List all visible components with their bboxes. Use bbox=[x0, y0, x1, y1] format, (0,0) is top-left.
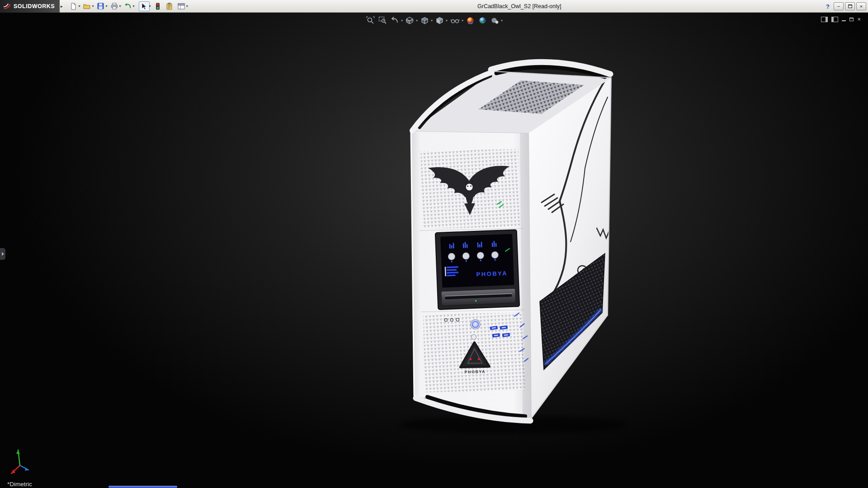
show-pane-left-button[interactable] bbox=[821, 17, 828, 22]
previous-view-button[interactable] bbox=[390, 15, 400, 25]
open-document-button[interactable] bbox=[82, 1, 93, 11]
options-button[interactable] bbox=[176, 1, 187, 11]
solidworks-logo[interactable]: SOLIDWORKS bbox=[0, 0, 60, 13]
logo-text: SOLIDWORKS bbox=[14, 3, 55, 9]
file-properties-button[interactable] bbox=[164, 1, 175, 11]
new-document-icon bbox=[70, 3, 77, 10]
new-document-button[interactable] bbox=[68, 1, 79, 11]
titlebar: SOLIDWORKS ▸ ▾ ▾ ▾ ▾ ▾ bbox=[0, 0, 868, 13]
section-view-button[interactable] bbox=[405, 15, 415, 25]
document-restore-button[interactable] bbox=[849, 18, 854, 21]
undo-icon bbox=[124, 3, 132, 9]
show-pane-right-button[interactable] bbox=[831, 17, 838, 22]
save-dropdown[interactable]: ▾ bbox=[106, 4, 108, 8]
print-icon bbox=[111, 3, 118, 9]
headsup-view-toolbar: ▾ ▾ ▾ ▾ ▾ bbox=[365, 15, 503, 25]
options-sheet-icon bbox=[178, 3, 185, 9]
document-close-button[interactable]: × bbox=[857, 16, 861, 22]
help-button[interactable]: ? bbox=[823, 2, 832, 11]
rebuild-stoplight-icon bbox=[156, 3, 160, 10]
ds-mark-icon bbox=[3, 3, 12, 10]
undo-dropdown[interactable]: ▾ bbox=[133, 4, 135, 8]
print-dropdown[interactable]: ▾ bbox=[119, 4, 121, 8]
select-button[interactable] bbox=[139, 1, 150, 11]
graphics-viewport[interactable] bbox=[0, 13, 868, 488]
open-folder-icon bbox=[83, 3, 91, 9]
save-floppy-icon bbox=[97, 3, 104, 9]
options-dropdown[interactable]: ▾ bbox=[186, 4, 188, 8]
display-style-dropdown[interactable]: ▾ bbox=[446, 19, 448, 23]
logo-flyout-arrow[interactable]: ▸ bbox=[60, 4, 65, 9]
view-settings-button[interactable] bbox=[490, 15, 500, 25]
edit-appearance-button[interactable] bbox=[465, 15, 476, 25]
zoom-to-area-button[interactable] bbox=[377, 15, 388, 25]
rebuild-button[interactable] bbox=[152, 1, 163, 11]
viewport-window-controls: × bbox=[821, 16, 861, 22]
previous-view-dropdown[interactable]: ▾ bbox=[401, 19, 403, 23]
restore-icon bbox=[848, 5, 852, 8]
print-button[interactable] bbox=[109, 1, 120, 11]
view-orientation-button[interactable] bbox=[420, 15, 430, 25]
save-button[interactable] bbox=[95, 1, 106, 11]
minimize-button[interactable]: − bbox=[834, 2, 844, 10]
new-dropdown[interactable]: ▾ bbox=[79, 4, 80, 8]
close-button[interactable]: × bbox=[856, 2, 866, 10]
apply-scene-button[interactable] bbox=[477, 15, 488, 25]
undo-button[interactable] bbox=[123, 1, 133, 11]
view-orientation-status: *Dimetric bbox=[7, 481, 32, 488]
open-dropdown[interactable]: ▾ bbox=[92, 4, 94, 8]
hide-show-items-button[interactable] bbox=[449, 15, 461, 25]
clipboard-icon bbox=[166, 3, 172, 10]
restore-button[interactable] bbox=[845, 2, 855, 10]
window-title: GrCadBlack_Owl_S2 [Read-only] bbox=[477, 0, 561, 13]
hide-show-items-dropdown[interactable]: ▾ bbox=[462, 19, 463, 23]
view-settings-dropdown[interactable]: ▾ bbox=[501, 19, 503, 23]
featuremanager-expand-tab[interactable] bbox=[0, 248, 5, 260]
view-orientation-dropdown[interactable]: ▾ bbox=[431, 19, 433, 23]
section-view-dropdown[interactable]: ▾ bbox=[416, 19, 418, 23]
document-minimize-button[interactable] bbox=[842, 18, 846, 21]
bottom-blue-strip bbox=[108, 486, 177, 488]
zoom-to-fit-button[interactable] bbox=[365, 15, 376, 25]
display-style-button[interactable] bbox=[434, 15, 445, 25]
select-cursor-icon bbox=[141, 3, 147, 10]
select-dropdown[interactable]: ▾ bbox=[149, 4, 151, 8]
